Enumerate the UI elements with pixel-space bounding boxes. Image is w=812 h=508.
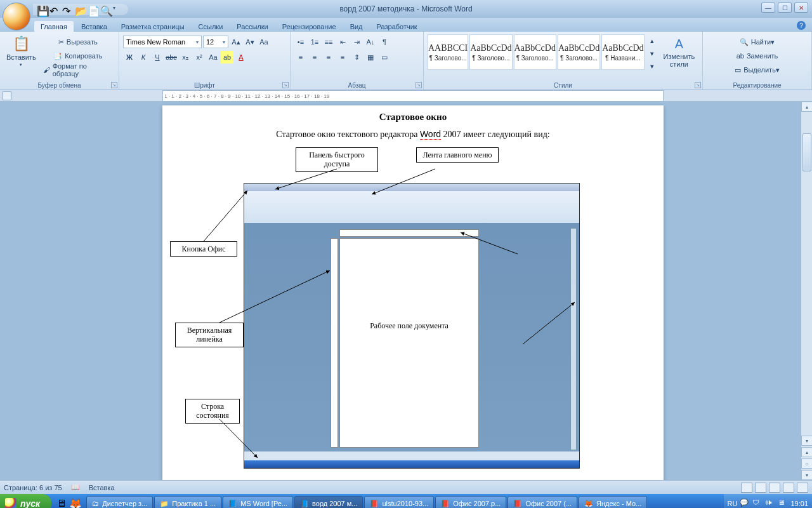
horizontal-ruler[interactable]: 1 · 1 · 2 · 3 · 4 · 5 · 6 · 7 · 8 · 9 · … bbox=[162, 90, 664, 102]
italic-button[interactable]: К bbox=[137, 51, 150, 64]
save-icon[interactable]: 💾 bbox=[37, 5, 46, 14]
taskbar-item-1[interactable]: 📁Практика 1 ... bbox=[154, 496, 221, 508]
superscript-button[interactable]: x² bbox=[193, 51, 206, 64]
numbering-button[interactable]: 1≡ bbox=[308, 36, 321, 48]
minimize-button[interactable]: — bbox=[761, 3, 775, 13]
show-marks-button[interactable]: ¶ bbox=[378, 36, 391, 48]
status-page[interactable]: Страница: 6 из 75 bbox=[4, 484, 62, 491]
taskbar-item-7[interactable]: 🦊Яндекс - Mo... bbox=[579, 496, 647, 508]
vertical-scrollbar[interactable]: ▴ ▾ ▴ ○ ▾ bbox=[801, 102, 812, 480]
help-button[interactable]: ? bbox=[797, 21, 806, 30]
tray-monitor-icon[interactable]: 🖥 bbox=[778, 498, 788, 508]
multilevel-button[interactable]: ≡≡ bbox=[322, 36, 335, 48]
view-draft[interactable] bbox=[797, 483, 808, 493]
change-case-button[interactable]: Aa bbox=[207, 51, 219, 64]
underline-button[interactable]: Ч bbox=[151, 51, 164, 64]
tab-review[interactable]: Рецензирование bbox=[276, 21, 343, 32]
redo-icon[interactable]: ↷ bbox=[62, 5, 71, 14]
cut-button[interactable]: ✂Вырезать bbox=[40, 36, 116, 48]
align-center-button[interactable]: ≡ bbox=[308, 51, 321, 64]
clear-format-button[interactable]: Aa bbox=[258, 36, 270, 48]
align-left-button[interactable]: ≡ bbox=[294, 51, 307, 64]
copy-button[interactable]: 📑Копировать bbox=[40, 50, 116, 62]
sort-button[interactable]: A↓ bbox=[364, 36, 377, 48]
tray-lang[interactable]: RU bbox=[728, 500, 738, 507]
scroll-up-button[interactable]: ▴ bbox=[801, 102, 812, 112]
ql-desktop[interactable]: 🖥 bbox=[55, 497, 68, 508]
tab-mailings[interactable]: Рассылки bbox=[230, 21, 274, 32]
find-button[interactable]: 🔍Найти ▾ bbox=[708, 36, 806, 48]
styles-scroll-down[interactable]: ▾ bbox=[646, 47, 658, 60]
maximize-button[interactable]: ☐ bbox=[778, 3, 792, 13]
next-page-button[interactable]: ▾ bbox=[801, 470, 812, 480]
paragraph-launcher[interactable]: ↘ bbox=[416, 82, 422, 88]
new-icon[interactable]: 📄 bbox=[88, 5, 96, 14]
view-web-layout[interactable] bbox=[769, 483, 780, 493]
view-outline[interactable] bbox=[783, 483, 794, 493]
tab-references[interactable]: Ссылки bbox=[192, 21, 230, 32]
start-button[interactable]: пуск bbox=[0, 494, 51, 508]
tray-clock[interactable]: 19:01 bbox=[790, 500, 808, 507]
open-icon[interactable]: 📂 bbox=[75, 5, 84, 14]
paste-button[interactable]: 📋 Вставить ▾ bbox=[3, 33, 40, 76]
document-page[interactable]: Стартовое окно Стартовое окно текстового… bbox=[162, 105, 664, 480]
taskbar-item-3[interactable]: 📘ворд 2007 м... bbox=[294, 496, 363, 508]
style-item-0[interactable]: AABBCCI¶ Заголово... bbox=[428, 34, 468, 70]
view-full-screen[interactable] bbox=[755, 483, 766, 493]
styles-launcher[interactable]: ↘ bbox=[695, 82, 701, 88]
indent-inc-button[interactable]: ⇥ bbox=[350, 36, 363, 48]
subscript-button[interactable]: x₂ bbox=[179, 51, 192, 64]
font-name-combo[interactable]: Times New Roman bbox=[123, 36, 202, 48]
styles-more[interactable]: ▾ bbox=[646, 60, 658, 72]
bullets-button[interactable]: •≡ bbox=[294, 36, 307, 48]
tray-shield-icon[interactable]: 🛡 bbox=[752, 498, 763, 508]
status-spell-icon[interactable]: 📖 bbox=[71, 483, 80, 491]
shading-button[interactable]: ▦ bbox=[364, 51, 377, 64]
borders-button[interactable]: ▭ bbox=[378, 51, 391, 64]
undo-icon[interactable]: ↶ bbox=[49, 5, 58, 14]
status-mode[interactable]: Вставка bbox=[89, 484, 115, 491]
select-button[interactable]: ▭Выделить ▾ bbox=[708, 64, 806, 76]
prev-page-button[interactable]: ▴ bbox=[801, 447, 812, 457]
tab-selector[interactable] bbox=[3, 91, 11, 100]
qat-more-icon[interactable]: ▾ bbox=[113, 5, 122, 14]
change-styles-button[interactable]: A Изменить стили bbox=[660, 34, 699, 72]
scroll-thumb[interactable] bbox=[802, 133, 811, 171]
format-painter-button[interactable]: 🖌Формат по образцу bbox=[40, 64, 116, 76]
tray-volume-icon[interactable]: 🕪 bbox=[765, 498, 775, 508]
strike-button[interactable]: abc bbox=[165, 51, 178, 64]
align-right-button[interactable]: ≡ bbox=[322, 51, 335, 64]
taskbar-item-2[interactable]: 📘MS Word [Ре... bbox=[223, 496, 293, 508]
tab-view[interactable]: Вид bbox=[344, 21, 369, 32]
taskbar-item-0[interactable]: 🗂Диспетчер з... bbox=[86, 496, 153, 508]
taskbar-item-6[interactable]: 📕Офис 2007 (... bbox=[508, 496, 577, 508]
style-item-1[interactable]: AaBbCcDd¶ Заголово... bbox=[469, 34, 512, 70]
tab-insert[interactable]: Вставка bbox=[75, 21, 114, 32]
tab-layout[interactable]: Разметка страницы bbox=[115, 21, 191, 32]
line-spacing-button[interactable]: ⇕ bbox=[350, 51, 363, 64]
style-item-3[interactable]: AaBbCcDd¶ Заголово... bbox=[558, 34, 600, 70]
font-color-button[interactable]: A bbox=[235, 51, 247, 64]
grow-font-button[interactable]: A▴ bbox=[230, 36, 242, 48]
browse-object-button[interactable]: ○ bbox=[801, 458, 812, 469]
justify-button[interactable]: ≡ bbox=[336, 51, 349, 64]
font-launcher[interactable]: ↘ bbox=[282, 82, 289, 88]
shrink-font-button[interactable]: A▾ bbox=[244, 36, 256, 48]
scroll-down-button[interactable]: ▾ bbox=[801, 436, 812, 446]
office-button[interactable] bbox=[3, 3, 30, 30]
highlight-button[interactable]: ab bbox=[221, 51, 233, 64]
taskbar-item-5[interactable]: 📕Офис 2007.p... bbox=[435, 496, 506, 508]
tab-home[interactable]: Главная bbox=[34, 21, 74, 32]
close-button[interactable]: ✕ bbox=[794, 3, 808, 13]
replace-button[interactable]: abЗаменить bbox=[708, 50, 806, 62]
taskbar-item-4[interactable]: 📕ulstu2010-93... bbox=[364, 496, 434, 508]
style-item-4[interactable]: AaBbCcDd¶ Названи... bbox=[601, 34, 644, 70]
font-size-combo[interactable]: 12 bbox=[203, 36, 228, 48]
ql-firefox[interactable]: 🦊 bbox=[69, 497, 82, 508]
styles-scroll-up[interactable]: ▴ bbox=[646, 34, 658, 47]
tab-developer[interactable]: Разработчик bbox=[370, 21, 424, 32]
view-print-layout[interactable] bbox=[741, 483, 752, 493]
bold-button[interactable]: Ж bbox=[123, 51, 136, 64]
style-item-2[interactable]: AaBbCcDd¶ Заголово... bbox=[514, 34, 556, 70]
clipboard-launcher[interactable]: ↘ bbox=[111, 82, 117, 88]
